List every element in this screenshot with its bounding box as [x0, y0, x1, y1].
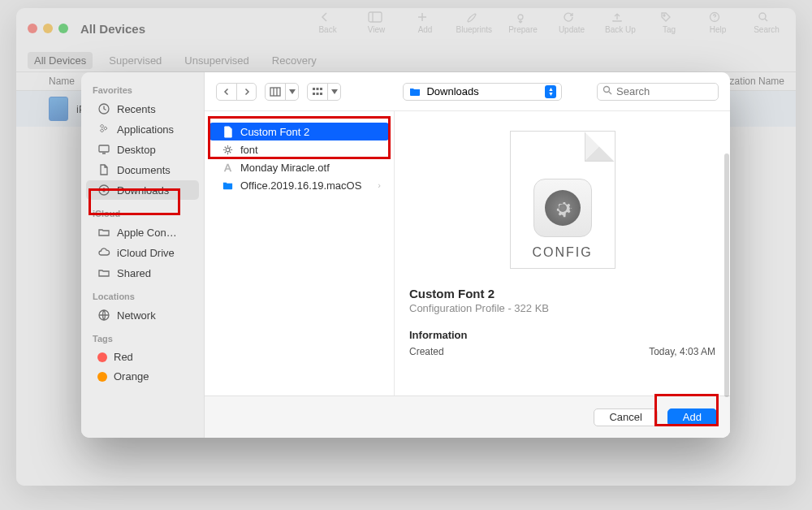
chevron-down-icon[interactable]	[327, 84, 340, 100]
chevron-right-icon: ›	[378, 180, 381, 190]
columns-view-icon[interactable]	[266, 84, 285, 100]
sidebar-item-label: Downloads	[117, 184, 169, 197]
sidebar-tag-red[interactable]: Red	[86, 348, 199, 366]
file-row[interactable]: Office.2019.16.19.macOS›	[209, 176, 389, 194]
dialog-main: Downloads ▲▼ Custom Font 2fontMonday Mir…	[205, 72, 730, 438]
location-popup[interactable]: Downloads ▲▼	[403, 83, 562, 101]
gear-icon	[545, 190, 581, 226]
cancel-button[interactable]: Cancel	[594, 408, 657, 426]
cloud-icon	[97, 246, 110, 259]
file-row[interactable]: font	[209, 140, 389, 158]
section-tags: Tags	[81, 326, 204, 347]
config-badge-label: CONFIG	[532, 245, 592, 260]
file-row[interactable]: Custom Font 2	[209, 123, 389, 140]
sidebar-item-label: Recents	[117, 103, 156, 115]
dialog-footer: Cancel Add	[205, 395, 730, 438]
sidebar-item-applications[interactable]: Applications	[86, 119, 199, 139]
svg-rect-14	[317, 93, 319, 95]
sidebar-item-label: Shared	[117, 267, 151, 279]
sidebar-item-desktop[interactable]: Desktop	[86, 140, 199, 159]
section-locations: Locations	[81, 283, 204, 305]
nav-back-button[interactable]	[217, 84, 236, 100]
file-name: font	[240, 144, 258, 156]
preview-created-row: Created Today, 4:03 AM	[409, 346, 715, 357]
sidebar-item-apple-configurator[interactable]: Apple Con…	[86, 223, 199, 242]
section-favorites: Favorites	[81, 77, 204, 98]
preview-title: Custom Font 2	[409, 287, 715, 300]
grid-icon[interactable]	[308, 84, 327, 100]
dialog-toolbar: Downloads ▲▼	[205, 72, 730, 111]
svg-rect-6	[99, 145, 109, 152]
sidebar-item-icloud-drive[interactable]: iCloud Drive	[86, 243, 199, 262]
created-label: Created	[409, 346, 444, 357]
svg-rect-15	[320, 93, 322, 95]
network-icon	[97, 309, 110, 322]
font-icon	[221, 161, 234, 174]
file-name: Monday Miracle.otf	[240, 162, 330, 174]
sidebar-item-label: Applications	[117, 123, 174, 136]
search-input[interactable]	[616, 85, 730, 97]
group-selector[interactable]	[307, 83, 341, 101]
download-icon	[97, 184, 110, 197]
clock-icon	[97, 102, 110, 115]
add-button[interactable]: Add	[667, 408, 717, 426]
file-column[interactable]: Custom Font 2fontMonday Miracle.otfOffic…	[205, 111, 395, 395]
doc-icon	[221, 125, 234, 138]
folder-icon	[221, 179, 234, 192]
created-value: Today, 4:03 AM	[649, 346, 715, 357]
sidebar-item-label: Red	[114, 351, 133, 363]
location-label: Downloads	[426, 85, 478, 97]
svg-rect-12	[320, 88, 322, 90]
preview-pane: CONFIG Custom Font 2 Configuration Profi…	[395, 111, 730, 395]
search-field[interactable]	[597, 83, 719, 101]
section-icloud: iCloud	[81, 201, 204, 222]
shared-folder-icon	[97, 266, 110, 279]
setting-icon	[221, 143, 234, 156]
folder-icon	[408, 85, 421, 98]
view-mode-selector[interactable]	[265, 83, 299, 101]
updown-arrows-icon: ▲▼	[545, 85, 556, 98]
sidebar-item-label: Orange	[114, 370, 149, 382]
svg-rect-10	[313, 88, 315, 90]
config-profile-icon: CONFIG	[510, 131, 615, 269]
tag-dot-icon	[97, 352, 107, 362]
preview-info-heading: Information	[409, 329, 715, 341]
finder-sidebar[interactable]: Favorites Recents Applications Desktop D…	[81, 72, 205, 438]
file-name: Custom Font 2	[240, 126, 309, 138]
preview-subtitle: Configuration Profile - 322 KB	[409, 302, 715, 314]
desktop-icon	[97, 143, 110, 156]
tag-dot-icon	[97, 372, 107, 382]
nav-forward-button[interactable]	[236, 84, 256, 100]
document-icon	[97, 163, 110, 176]
sidebar-item-downloads[interactable]: Downloads	[86, 180, 199, 200]
search-icon	[603, 85, 612, 97]
sidebar-item-label: Apple Con…	[117, 227, 177, 239]
nav-back-forward	[216, 83, 257, 101]
sidebar-item-label: iCloud Drive	[117, 247, 175, 259]
svg-rect-13	[313, 93, 315, 95]
open-file-dialog: Favorites Recents Applications Desktop D…	[81, 72, 730, 438]
folder-icon	[97, 226, 110, 239]
chevron-down-icon[interactable]	[285, 84, 298, 100]
file-name: Office.2019.16.19.macOS	[240, 179, 361, 192]
sidebar-item-label: Network	[117, 309, 156, 322]
apps-icon	[97, 123, 110, 136]
gear-badge	[533, 179, 592, 237]
sidebar-item-label: Documents	[117, 164, 171, 176]
svg-rect-9	[270, 88, 280, 96]
svg-point-16	[604, 87, 610, 93]
sidebar-item-documents[interactable]: Documents	[86, 160, 199, 179]
sidebar-item-label: Desktop	[117, 144, 156, 156]
file-row[interactable]: Monday Miracle.otf	[209, 158, 389, 176]
dialog-content: Custom Font 2fontMonday Miracle.otfOffic…	[205, 111, 730, 395]
sidebar-item-recents[interactable]: Recents	[86, 99, 199, 119]
sidebar-item-network[interactable]: Network	[86, 305, 199, 325]
svg-point-17	[226, 148, 230, 152]
svg-rect-11	[317, 88, 319, 90]
sidebar-item-shared[interactable]: Shared	[86, 263, 199, 283]
sidebar-tag-orange[interactable]: Orange	[86, 367, 199, 386]
